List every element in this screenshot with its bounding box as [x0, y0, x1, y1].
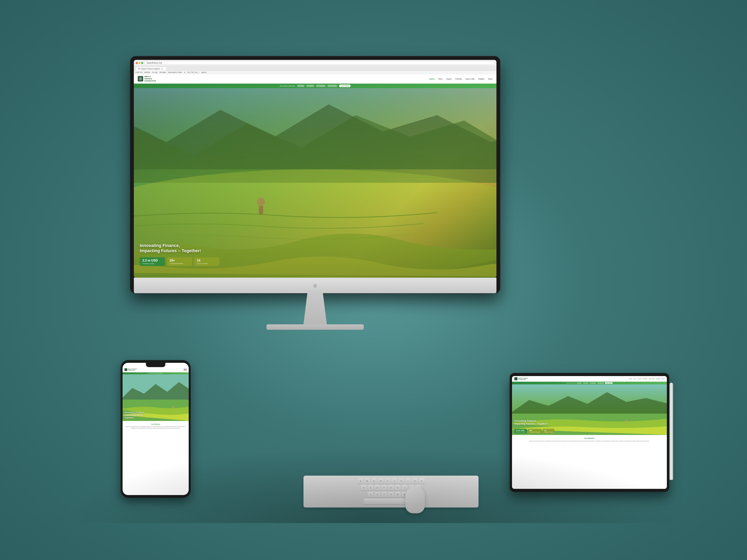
menu-bar-2 — [184, 369, 187, 370]
tablet-stat-projects: 14 Projects Funded — [543, 429, 555, 433]
logo-text: IMPACT FINANCE FOUNDATION — [144, 76, 156, 82]
site-logo: IMPACT FINANCE FOUNDATION — [138, 76, 156, 82]
tablet-nav-open-calls[interactable]: Open Calls — [649, 378, 654, 379]
bookmark-8[interactable]: Agency — [201, 71, 207, 73]
nav-news[interactable]: News — [488, 78, 493, 80]
phone-mission-title: Our Mission — [125, 423, 187, 425]
nav-team[interactable]: Team — [438, 78, 442, 80]
key-b[interactable]: B — [395, 491, 401, 498]
key-row-2: A S D F G H J K L — [306, 485, 476, 490]
key-x[interactable]: X — [375, 491, 380, 498]
tablet-stat-label-countries: Countries Worldwide — [530, 431, 540, 433]
tablet-logo: IMPACT FINANCEFOUNDATION — [514, 377, 528, 380]
tablet-hero-title: Innovating Finance,Impacting Futures – T… — [514, 420, 548, 425]
close-dot[interactable] — [136, 62, 138, 64]
tablet-nav-news[interactable]: News — [662, 378, 665, 379]
tablet-cta-badge3: 51 Minutes — [589, 382, 596, 384]
tablet-nav-team[interactable]: Team — [634, 378, 636, 379]
key-s[interactable]: S — [368, 485, 374, 490]
stat-card-countries: 20+ Countries Worldwide — [167, 257, 192, 266]
bookmark-5[interactable]: Barometer's Guide — [168, 71, 182, 73]
hero-section: Innovating Finance, Impacting Futures – … — [134, 88, 496, 278]
browser-dots — [136, 62, 143, 64]
key-w[interactable]: W — [364, 478, 370, 484]
key-c[interactable]: C — [381, 491, 387, 498]
key-a[interactable]: A — [361, 485, 367, 490]
key-t[interactable]: T — [385, 478, 391, 484]
logo-line2: FINANCE — [144, 78, 156, 80]
key-f[interactable]: F — [381, 485, 387, 490]
nav-links: About Team Impact Portfolio Open Calls I… — [429, 78, 493, 80]
phone-menu-button[interactable] — [184, 369, 187, 371]
key-o[interactable]: O — [412, 478, 418, 484]
phone-device: IMPACT FINANCEFOUNDATION Our Call is now… — [121, 360, 191, 498]
key-y[interactable]: Y — [392, 478, 397, 484]
logo-line1: IMPACT — [144, 76, 156, 78]
phone-cta-banner: Our Call is now live! Learn More — [123, 372, 189, 374]
tablet-learn-more-button[interactable]: Learn More — [605, 382, 613, 384]
nav-impact[interactable]: Impact — [446, 78, 452, 80]
logo-svg — [139, 77, 142, 80]
stat-value-countries: 20+ — [170, 259, 189, 262]
keyboard-device: Q W E R T Y U I O P A S D F G H J K L — [304, 476, 479, 507]
website-desktop: impactfinance.org IFF Impact Finance Ini… — [134, 60, 496, 278]
tablet-nav-about[interactable]: About — [629, 378, 632, 379]
stat-value-usd: 3.3 m USD — [143, 259, 162, 262]
key-d[interactable]: D — [375, 485, 380, 490]
tablet-nav-links: About Team Impact Portfolio Open Calls I… — [629, 378, 665, 379]
bookmark-3[interactable]: Fin Agc — [152, 71, 158, 73]
minimize-dot[interactable] — [138, 62, 140, 64]
imac-chin — [134, 278, 496, 293]
logo-line3: FOUNDATION — [144, 80, 156, 82]
site-navigation: IMPACT FINANCE FOUNDATION About Team Imp… — [134, 74, 496, 84]
tablet-cta-text: Our Call is now live! — [566, 382, 576, 384]
bookmark-4[interactable]: 8th signs — [159, 71, 166, 73]
bookmark-2[interactable]: Webline — [144, 71, 150, 73]
key-u[interactable]: U — [398, 478, 404, 484]
tablet-stat-value-projects: 14 — [544, 429, 553, 431]
key-v[interactable]: V — [388, 491, 394, 498]
tablet-stat-value-countries: 20+ — [530, 429, 540, 431]
tablet-nav-impact[interactable]: Impact — [638, 378, 641, 379]
tablet-nav-portfolio[interactable]: Portfolio — [643, 378, 647, 379]
tablet-screen: IMPACT FINANCEFOUNDATION About Team Impa… — [512, 376, 667, 489]
badge-minutes: 51 Minutes — [316, 85, 326, 87]
hero-title-line1: Innovating Finance, — [140, 243, 491, 248]
nav-about[interactable]: About — [429, 78, 434, 80]
cta-learn-more-button[interactable]: Learn More — [339, 85, 351, 87]
bookmark-1[interactable]: Front Ctrl — [135, 71, 142, 73]
hero-title-line2: Impacting Futures – Together! — [140, 248, 491, 254]
bookmark-7[interactable]: 240_750_min_1 — [187, 71, 199, 73]
key-z[interactable]: Z — [368, 491, 374, 498]
key-i[interactable]: I — [405, 478, 411, 484]
imac-base — [266, 324, 364, 330]
tablet-hero-stats: 3.3 m USD Invested in Impact 20+ Countri… — [514, 429, 555, 433]
tablet-nav-insights[interactable]: Insights — [656, 378, 660, 379]
key-r[interactable]: R — [378, 478, 384, 484]
mouse-device — [405, 486, 425, 513]
cta-text: Our Call is now live! — [280, 85, 295, 87]
browser-tab-active[interactable]: IFF Impact Finance Initiative - A... — [135, 67, 166, 71]
key-g[interactable]: G — [388, 485, 394, 490]
phone-hero: Innovating Finance,Impacting Futures –To… — [123, 374, 189, 421]
phone-outer: IMPACT FINANCEFOUNDATION Our Call is now… — [121, 360, 191, 498]
nav-portfolio[interactable]: Portfolio — [455, 78, 462, 80]
nav-insights[interactable]: Insights — [478, 78, 484, 80]
tablet-stat-value-usd: 3.3 m USD — [516, 429, 525, 431]
key-h[interactable]: H — [395, 485, 401, 490]
phone-logo-icon — [125, 368, 127, 371]
key-e[interactable]: E — [371, 478, 377, 484]
bookmark-6[interactable]: Ai — [184, 71, 185, 73]
badge-hours: 11 Hours — [306, 85, 314, 87]
key-row-1: Q W E R T Y U I O P — [306, 478, 476, 484]
browser-url[interactable]: impactfinance.org — [144, 61, 494, 65]
tablet-mission-title: Our Mission — [514, 437, 665, 439]
stat-label-projects: Projects Funded — [197, 263, 217, 264]
tablet-logo-icon — [514, 377, 517, 380]
key-p[interactable]: P — [419, 478, 424, 484]
nav-open-calls[interactable]: Open Calls — [465, 78, 474, 80]
key-q[interactable]: Q — [358, 478, 363, 484]
badge-seconds: 28 Seconds — [327, 85, 337, 87]
maximize-dot[interactable] — [141, 62, 143, 64]
tablet-stat-label-usd: Invested in Impact — [516, 431, 525, 433]
